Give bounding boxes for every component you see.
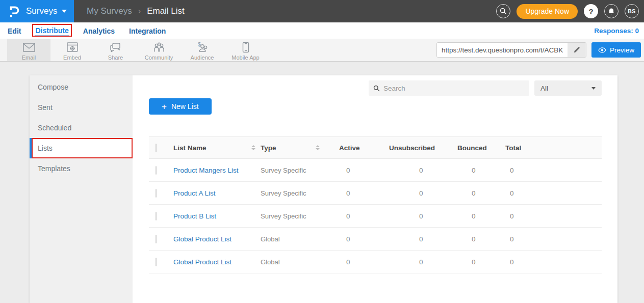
- list-type-cell: Survey Specific: [257, 212, 331, 220]
- top-header-bar: Surveys My Surveys › Email List Upgrade …: [0, 0, 644, 22]
- filter-selected-value: All: [540, 85, 548, 92]
- bounced-count-cell: 0: [446, 235, 494, 243]
- lists-table: List Name Type Active Unsubscribed Bounc…: [149, 136, 602, 273]
- upgrade-now-button[interactable]: Upgrade Now: [517, 4, 578, 19]
- nav-tab-integration[interactable]: Integration: [129, 22, 166, 39]
- column-header-active: Active: [339, 144, 360, 152]
- distribute-toolbar: EmailEmbedShareCommunity$AudienceMobile …: [0, 39, 644, 62]
- share-icon: [109, 42, 122, 53]
- list-type-filter-select[interactable]: All: [534, 80, 602, 96]
- sort-icon[interactable]: [251, 145, 255, 150]
- help-button[interactable]: ?: [584, 4, 598, 18]
- total-count-cell: 0: [494, 167, 602, 174]
- edit-url-button[interactable]: [568, 43, 586, 57]
- email-icon: [22, 42, 36, 53]
- unsubscribed-count-cell: 0: [382, 189, 446, 197]
- bell-icon: [608, 8, 615, 15]
- nav-tab-label: Edit: [8, 26, 21, 36]
- new-list-button-label: New List: [171, 102, 199, 111]
- total-count-cell: 0: [494, 258, 602, 266]
- sidebar-item-label: Scheduled: [38, 124, 71, 132]
- header-actions: Upgrade Now ? BS: [496, 0, 644, 22]
- nav-tab-distribute[interactable]: Distribute: [35, 22, 68, 39]
- sidebar-item-lists[interactable]: Lists: [30, 138, 133, 158]
- mobile-app-icon: [242, 42, 249, 53]
- sidebar-item-templates[interactable]: Templates: [30, 158, 133, 179]
- active-count-cell: 0: [331, 235, 382, 243]
- search-icon: [500, 8, 507, 15]
- column-header-unsubscribed: Unsubscribed: [389, 144, 435, 152]
- community-icon: [152, 42, 166, 53]
- nav-tab-analytics[interactable]: Analytics: [83, 22, 115, 39]
- unsubscribed-count-cell: 0: [382, 235, 446, 243]
- lists-table-header: List Name Type Active Unsubscribed Bounc…: [149, 136, 602, 159]
- channel-tab-label: Audience: [191, 54, 214, 61]
- table-row: Global Product ListGlobal0000: [149, 228, 602, 251]
- embed-icon: [66, 42, 79, 53]
- bounced-count-cell: 0: [446, 167, 494, 174]
- nav-tab-label: Analytics: [83, 26, 115, 36]
- select-all-checkbox[interactable]: [156, 144, 157, 152]
- channel-tab-mobile-app[interactable]: Mobile App: [224, 39, 267, 61]
- nav-tab-edit[interactable]: Edit: [8, 22, 21, 39]
- list-name-link[interactable]: Product B List: [173, 212, 216, 220]
- bounced-count-cell: 0: [446, 258, 494, 266]
- page-body: ComposeSentScheduledListsTemplates All +: [0, 62, 644, 303]
- row-checkbox[interactable]: [156, 166, 157, 175]
- breadcrumb-separator: ›: [138, 7, 141, 16]
- row-checkbox[interactable]: [156, 235, 157, 243]
- channel-tab-audience[interactable]: $Audience: [181, 39, 224, 61]
- search-button[interactable]: [496, 4, 510, 18]
- plus-icon: +: [162, 102, 167, 111]
- sort-icon[interactable]: [316, 145, 320, 150]
- list-search-input[interactable]: [383, 85, 525, 92]
- email-sidebar: ComposeSentScheduledListsTemplates: [30, 75, 133, 303]
- channel-tab-community[interactable]: Community: [137, 39, 181, 61]
- list-name-link[interactable]: Global Product List: [173, 235, 231, 243]
- list-name-link[interactable]: Product Mangers List: [173, 167, 239, 174]
- responses-count: Responses: 0: [594, 27, 639, 35]
- column-header-list-name: List Name: [173, 144, 207, 152]
- channel-tab-embed[interactable]: Embed: [50, 39, 94, 61]
- preview-button[interactable]: Preview: [591, 42, 641, 58]
- list-name-link[interactable]: Product A List: [173, 189, 216, 197]
- sidebar-item-label: Compose: [38, 83, 68, 91]
- search-icon: [373, 85, 380, 92]
- distribute-channel-tabs: EmailEmbedShareCommunity$AudienceMobile …: [7, 39, 267, 61]
- audience-icon: $: [196, 42, 209, 53]
- channel-tab-share[interactable]: Share: [94, 39, 137, 61]
- bounced-count-cell: 0: [446, 189, 494, 197]
- channel-tab-email[interactable]: Email: [7, 39, 50, 61]
- channel-tab-label: Embed: [63, 54, 81, 61]
- chevron-down-icon: [591, 87, 596, 90]
- sidebar-item-compose[interactable]: Compose: [30, 77, 133, 97]
- sidebar-item-sent[interactable]: Sent: [30, 97, 133, 118]
- sidebar-item-scheduled[interactable]: Scheduled: [30, 118, 133, 138]
- breadcrumb-parent-link[interactable]: My Surveys: [87, 6, 132, 16]
- list-name-link[interactable]: Global Product List: [173, 258, 231, 266]
- notifications-button[interactable]: [604, 4, 619, 18]
- active-count-cell: 0: [331, 167, 382, 174]
- preview-button-label: Preview: [610, 46, 634, 54]
- total-count-cell: 0: [494, 235, 602, 243]
- row-checkbox[interactable]: [156, 189, 157, 198]
- row-checkbox[interactable]: [156, 258, 157, 266]
- unsubscribed-count-cell: 0: [382, 258, 446, 266]
- active-count-cell: 0: [331, 189, 382, 197]
- user-avatar[interactable]: BS: [625, 4, 639, 18]
- list-type-cell: Global: [257, 235, 331, 243]
- table-row: Product Mangers ListSurvey Specific0000: [149, 159, 602, 182]
- sidebar-item-label: Templates: [38, 164, 70, 173]
- survey-url-input[interactable]: [437, 43, 568, 57]
- unsubscribed-count-cell: 0: [382, 212, 446, 220]
- nav-tab-label: Integration: [129, 26, 166, 36]
- eye-icon: [598, 47, 606, 53]
- new-list-button[interactable]: + New List: [149, 98, 212, 115]
- list-filter-row: All: [149, 80, 602, 96]
- list-type-cell: Survey Specific: [257, 167, 331, 174]
- nav-tab-label: Distribute: [35, 25, 68, 36]
- pencil-icon: [573, 46, 580, 53]
- product-switcher[interactable]: Surveys: [0, 0, 74, 22]
- row-checkbox[interactable]: [156, 212, 157, 221]
- channel-tab-label: Community: [145, 54, 173, 61]
